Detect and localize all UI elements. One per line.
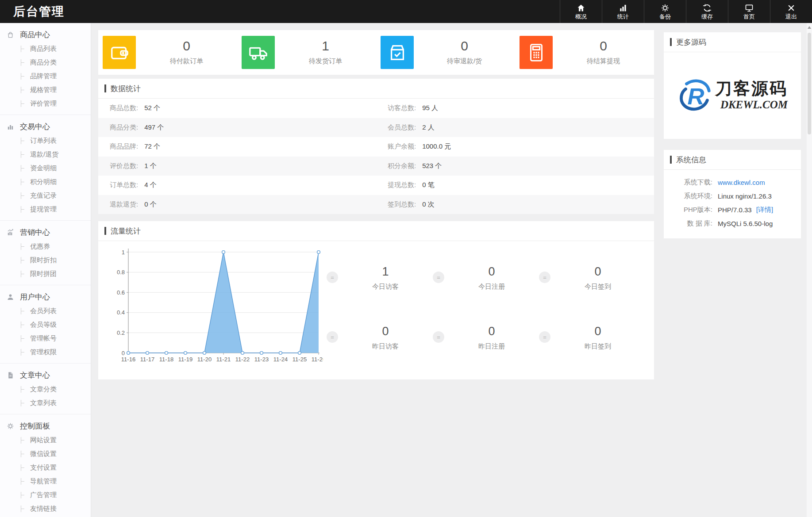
sidebar-item[interactable]: 会员等级 [0, 318, 91, 332]
sidebar-item[interactable]: 评价管理 [0, 97, 91, 111]
sidebar-item[interactable]: 商品分类 [0, 56, 91, 69]
sidebar-item-label: 微信设置 [30, 450, 57, 458]
system-info-row: 系统下载:www.dkewl.com [671, 176, 801, 189]
system-info-value[interactable]: www.dkewl.com [718, 179, 765, 186]
traffic-stat-text: 0昨日签到 [550, 326, 645, 351]
sidebar-section-trade: 交易中心订单列表退款/退货资金明细积分明细充值记录提现管理 [0, 115, 91, 221]
sidebar-section-head-article[interactable]: 文章中心 [0, 368, 91, 383]
branch-icon [21, 400, 26, 406]
sidebar-section-title: 用户中心 [20, 292, 50, 302]
data-stats-cell: 账户余额:1000.0 元 [376, 142, 654, 151]
stat-value: 523 个 [422, 162, 442, 170]
svg-text:11-16: 11-16 [121, 356, 135, 363]
summary-card-pending-shipment-orders[interactable]: 1待发货订单 [237, 30, 376, 75]
sidebar-item[interactable]: 品牌管理 [0, 69, 91, 83]
sidebar-item-label: 充值记录 [30, 191, 57, 200]
sidebar-item[interactable]: 限时拼团 [0, 267, 91, 281]
header-nav-homepage[interactable]: 首页 [728, 0, 770, 23]
system-info-label: 系统环境: [671, 192, 712, 200]
sidebar-item[interactable]: 规格管理 [0, 83, 91, 97]
sidebar-item-label: 优惠券 [30, 242, 50, 251]
scrollbar-up-arrow-icon[interactable] [808, 26, 811, 29]
header-nav-backup[interactable]: 备份 [644, 0, 686, 23]
sidebar-item[interactable]: 积分明细 [0, 175, 91, 189]
summary-card-value: 0 [136, 39, 237, 53]
stat-value: 1000.0 元 [422, 142, 451, 151]
stat-value: 0 个 [144, 200, 157, 209]
sidebar-item[interactable]: 导航管理 [0, 475, 91, 488]
sidebar-section-head-trade[interactable]: 交易中心 [0, 119, 91, 134]
traffic-panel: 流量统计 00.20.40.60.8111-1611-1711-1811-191… [98, 221, 654, 379]
summary-card-pending-refund-review[interactable]: 0待审退款/货 [376, 30, 515, 75]
stat-label: 会员总数: [388, 123, 416, 132]
svg-text:11-17: 11-17 [140, 356, 154, 363]
sidebar-item[interactable]: 支付设置 [0, 461, 91, 475]
traffic-stat-label: 昨日访客 [338, 342, 433, 351]
page-scrollbar[interactable] [807, 23, 812, 517]
svg-text:11-23: 11-23 [254, 356, 269, 363]
sidebar-section-head-marketing[interactable]: 营销中心 [0, 225, 91, 240]
bag-icon [7, 31, 20, 38]
data-stats-cell: 提现总数:0 笔 [376, 181, 654, 189]
sidebar-item[interactable]: 商品列表 [0, 42, 91, 56]
dkewl-logo-link[interactable]: R 刀客源码 DKEWL.COM [664, 52, 801, 138]
sidebar-section-head-user[interactable]: 用户中心 [0, 289, 91, 304]
close-icon [787, 4, 796, 12]
scrollbar-thumb[interactable] [808, 33, 811, 134]
sidebar-item[interactable]: 友情链接 [0, 502, 91, 516]
header-nav-overview[interactable]: 概况 [560, 0, 602, 23]
trend-icon [7, 229, 20, 236]
data-stats-cell: 积分余额:523 个 [376, 162, 654, 170]
accent-bar [104, 227, 106, 235]
branch-icon [21, 59, 26, 66]
stat-value: 4 个 [144, 181, 157, 189]
svg-text:0.2: 0.2 [117, 329, 125, 336]
stat-value: 497 个 [144, 123, 164, 132]
traffic-stat-label: 今日签到 [550, 283, 645, 291]
sidebar-item[interactable]: 广告管理 [0, 488, 91, 502]
summary-card-text: 0待审退款/货 [414, 39, 515, 65]
traffic-stat-value: 0 [444, 326, 539, 337]
sidebar-item[interactable]: 管理帐号 [0, 332, 91, 345]
sidebar-section-goods: 商品中心商品列表商品分类品牌管理规格管理评价管理 [0, 23, 91, 115]
sidebar-item-label: 商品分类 [30, 58, 57, 67]
sidebar-section-title: 营销中心 [20, 227, 50, 237]
sidebar-item[interactable]: 充值记录 [0, 189, 91, 203]
header-nav-cache[interactable]: 缓存 [686, 0, 728, 23]
summary-card-pending-settlement-withdrawal[interactable]: 0待结算提现 [515, 30, 654, 75]
data-stats-row: 商品分类:497 个会员总数:2 人 [98, 118, 654, 138]
sidebar-item[interactable]: 文章分类 [0, 383, 91, 396]
sidebar-item[interactable]: 资金明细 [0, 161, 91, 175]
system-info-label: 数 据 库: [671, 219, 712, 228]
svg-text:11-19: 11-19 [178, 356, 192, 363]
sidebar-item[interactable]: 提现管理 [0, 203, 91, 216]
header-nav-statistics[interactable]: 统计 [602, 0, 644, 23]
summary-card-pending-payment-orders[interactable]: 0待付款订单 [98, 30, 237, 75]
svg-text:0: 0 [122, 350, 125, 356]
traffic-header: 流量统计 [98, 221, 654, 241]
sidebar-item[interactable]: 文章列表 [0, 396, 91, 410]
sidebar-item[interactable]: 微信设置 [0, 447, 91, 461]
gear-icon [661, 4, 670, 12]
sidebar-item[interactable]: 优惠券 [0, 240, 91, 253]
sidebar-item[interactable]: 订单列表 [0, 134, 91, 148]
sidebar-item[interactable]: 管理权限 [0, 345, 91, 359]
header-nav-label: 退出 [785, 14, 797, 19]
traffic-stat-value: 1 [338, 266, 433, 278]
sidebar-item[interactable]: 会员列表 [0, 304, 91, 318]
header-nav-logout[interactable]: 退出 [770, 0, 812, 23]
sidebar-item-label: 退款/退货 [30, 150, 58, 159]
system-info-label: 系统下载: [671, 178, 712, 187]
traffic-stat: =0昨日注册 [433, 326, 539, 351]
sidebar-item[interactable]: 网站设置 [0, 433, 91, 447]
sidebar-item[interactable]: 退款/退货 [0, 148, 91, 161]
sidebar-item[interactable]: 限时折扣 [0, 253, 91, 267]
system-info-detail-link[interactable]: [详情] [756, 206, 773, 214]
traffic-title: 流量统计 [111, 226, 141, 236]
sidebar-section-head-control[interactable]: 控制面板 [0, 418, 91, 433]
traffic-stat: =0今日注册 [433, 266, 539, 291]
traffic-stat-value: 0 [338, 326, 433, 337]
sidebar-section-head-goods[interactable]: 商品中心 [0, 27, 91, 42]
top-header: 后台管理 概况统计备份缓存首页退出 [0, 0, 812, 23]
svg-text:0.4: 0.4 [117, 309, 125, 316]
